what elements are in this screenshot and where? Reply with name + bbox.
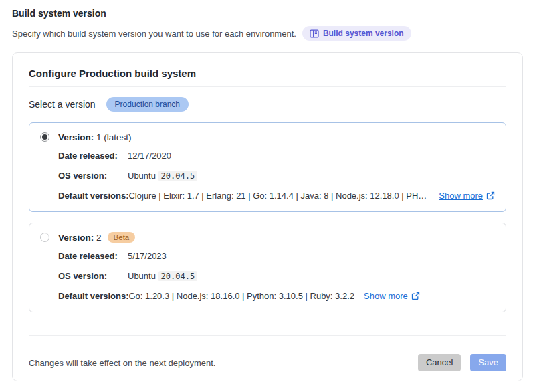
version-option-2[interactable]: Version: 2 Beta Date released: 5/17/2023… [29, 223, 506, 312]
os-version-label: OS version: [58, 271, 128, 281]
date-released-value: 12/17/2020 [128, 151, 171, 161]
os-version-label: OS version: [58, 171, 128, 181]
footer-note: Changes will take effect on the next dep… [29, 358, 215, 368]
page-description-row: Specify which build system version you w… [12, 26, 523, 41]
page-title: Build system version [12, 8, 523, 19]
version-1-show-more-link[interactable]: Show more [439, 191, 495, 201]
version-1-defaults-row: Default versions: Clojure | Elixir: 1.7 … [58, 191, 495, 204]
docs-link-chip[interactable]: Build system version [302, 26, 411, 41]
os-version-code: 20.04.5 [158, 271, 198, 281]
version-2-show-more-link[interactable]: Show more [364, 291, 420, 301]
select-version-label: Select a version [29, 99, 96, 110]
os-version-value: Ubuntu 20.04.5 [128, 271, 197, 281]
docs-link-label: Build system version [323, 29, 404, 38]
external-link-icon [411, 292, 420, 300]
external-link-icon [486, 191, 495, 200]
card-title: Configure Production build system [29, 53, 506, 87]
default-versions-value: Go: 1.20.3 | Node.js: 18.16.0 | Python: … [128, 291, 354, 301]
version-1-date-row: Date released: 12/17/2020 [58, 151, 495, 164]
date-released-label: Date released: [58, 251, 128, 261]
production-branch-badge: Production branch [106, 97, 189, 112]
os-version-code: 20.04.5 [158, 171, 198, 181]
show-more-label: Show more [364, 291, 408, 301]
configure-build-system-card: Configure Production build system Select… [12, 52, 523, 381]
version-1-title: Version: 1 (latest) [58, 132, 132, 142]
version-2-os-row: OS version: Ubuntu 20.04.5 [58, 271, 495, 284]
version-2-title-value: 2 [96, 233, 102, 243]
save-button[interactable]: Save [470, 354, 506, 371]
card-footer: Changes will take effect on the next dep… [29, 336, 506, 371]
book-icon [310, 29, 319, 38]
os-name: Ubuntu [128, 171, 158, 181]
version-1-title-value: 1 (latest) [96, 132, 132, 142]
default-versions-value: Clojure | Elixir: 1.7 | Erlang: 21 | Go:… [128, 191, 429, 201]
version-1-radio[interactable] [40, 132, 49, 142]
version-1-os-row: OS version: Ubuntu 20.04.5 [58, 171, 495, 184]
version-1-header: Version: 1 (latest) [40, 130, 495, 144]
page-description: Specify which build system version you w… [12, 29, 296, 39]
os-version-value: Ubuntu 20.04.5 [128, 171, 197, 181]
version-2-header: Version: 2 Beta [40, 231, 495, 244]
version-1-details: Date released: 12/17/2020 OS version: Ub… [58, 151, 495, 204]
default-versions-label: Default versions: [58, 291, 128, 301]
footer-buttons: Cancel Save [418, 354, 506, 371]
version-2-title: Version: 2 [58, 233, 102, 243]
version-2-title-label: Version: [58, 233, 94, 243]
version-option-1[interactable]: Version: 1 (latest) Date released: 12/17… [29, 122, 506, 212]
os-name: Ubuntu [128, 271, 158, 281]
build-system-version-page: Build system version Specify which build… [0, 0, 535, 392]
version-1-title-label: Version: [58, 132, 94, 142]
version-2-date-row: Date released: 5/17/2023 [58, 251, 495, 264]
select-version-row: Select a version Production branch [29, 97, 506, 112]
cancel-button[interactable]: Cancel [418, 354, 461, 371]
default-versions-label: Default versions: [58, 191, 128, 201]
page-header: Build system version Specify which build… [0, 0, 535, 41]
date-released-label: Date released: [58, 151, 128, 161]
version-2-details: Date released: 5/17/2023 OS version: Ubu… [58, 251, 495, 304]
show-more-label: Show more [439, 191, 483, 201]
version-2-radio[interactable] [40, 233, 49, 242]
date-released-value: 5/17/2023 [128, 251, 167, 261]
version-2-defaults-row: Default versions: Go: 1.20.3 | Node.js: … [58, 291, 495, 304]
beta-badge: Beta [108, 232, 136, 243]
